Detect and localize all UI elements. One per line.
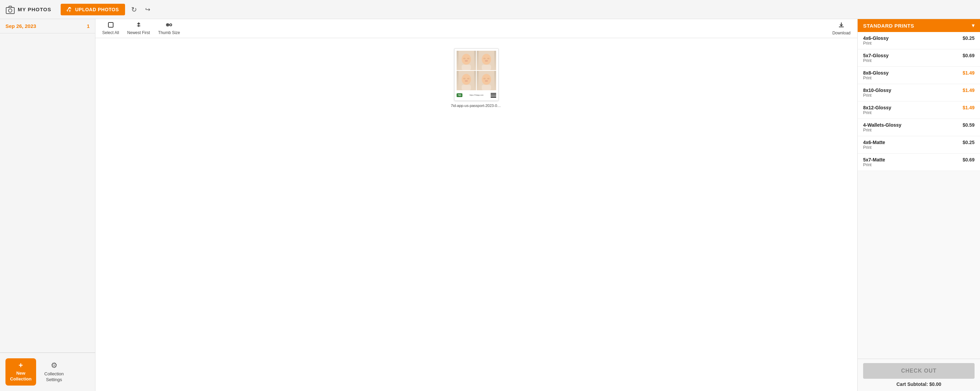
svg-point-20 (463, 78, 466, 80)
print-type-6: Print (863, 145, 885, 150)
passport-photo-1 (457, 51, 476, 70)
right-panel: STANDARD PRINTS ▾ 4x6-Glossy Print $0.25… (858, 19, 980, 391)
print-item[interactable]: 4-Wallets-Glossy Print $0.59 (858, 119, 980, 136)
print-info-1: 5x7-Glossy Print (863, 53, 889, 63)
checkout-button[interactable]: CHECK OUT (863, 363, 975, 379)
download-label: Download (832, 31, 851, 35)
print-type-5: Print (863, 128, 901, 132)
thumb-size-button[interactable]: Thumb Size (158, 22, 180, 35)
select-all-label: Select All (102, 30, 119, 35)
print-price-3: $1.49 (963, 87, 975, 93)
svg-point-1 (8, 9, 12, 12)
print-price-4: $1.49 (963, 105, 975, 110)
print-item[interactable]: 4x6-Matte Print $0.25 (858, 136, 980, 154)
svg-point-28 (485, 80, 488, 82)
share-button[interactable]: ↪ (143, 4, 152, 15)
svg-rect-17 (482, 65, 491, 70)
print-info-7: 5x7-Matte Print (863, 157, 885, 167)
baby-svg (457, 51, 476, 70)
svg-point-16 (485, 60, 488, 62)
refresh-button[interactable]: ↻ (129, 3, 139, 16)
svg-point-26 (483, 78, 485, 80)
thumb-size-label: Thumb Size (158, 30, 180, 35)
svg-point-14 (483, 58, 485, 60)
print-price-7: $0.69 (963, 157, 975, 162)
photo-area: 7ID https://7idapp.com 7id-app-us-passpo… (95, 38, 858, 391)
photo-item[interactable]: 7ID https://7idapp.com 7id-app-us-passpo… (451, 48, 502, 108)
baby-svg-3 (457, 71, 476, 90)
brand-logo: 7ID (457, 93, 462, 97)
thumb-size-icon (165, 22, 173, 30)
svg-rect-2 (108, 22, 113, 27)
new-collection-button[interactable]: + NewCollection (5, 358, 36, 386)
sidebar-bottom: + NewCollection ⚙ CollectionSettings (0, 353, 95, 391)
upload-button[interactable]: UPLOAD PHOTOS (60, 4, 125, 15)
print-info-0: 4x6-Glossy Print (863, 35, 889, 46)
print-type-7: Print (863, 162, 885, 167)
print-info-6: 4x6-Matte Print (863, 140, 885, 150)
print-info-5: 4-Wallets-Glossy Print (863, 122, 901, 132)
prints-list: 4x6-Glossy Print $0.25 5x7-Glossy Print … (858, 32, 980, 359)
print-price-6: $0.25 (963, 140, 975, 145)
svg-point-21 (467, 78, 469, 80)
toolbar: Select All Newest First (95, 19, 858, 38)
print-price-1: $0.69 (963, 53, 975, 58)
print-item[interactable]: 5x7-Matte Print $0.69 (858, 154, 980, 171)
main-layout: Sep 26, 2023 1 + NewCollection ⚙ Collect… (0, 19, 980, 391)
checkbox-icon (108, 22, 114, 30)
print-type-1: Print (863, 58, 889, 63)
svg-rect-23 (462, 85, 471, 90)
share-icon: ↪ (145, 6, 150, 13)
gear-icon: ⚙ (51, 361, 57, 370)
svg-point-13 (482, 54, 491, 65)
print-price-2: $1.49 (963, 70, 975, 76)
print-type-4: Print (863, 110, 891, 115)
chevron-down-icon: ▾ (972, 22, 975, 29)
print-type-3: Print (863, 93, 891, 98)
left-sidebar: Sep 26, 2023 1 + NewCollection ⚙ Collect… (0, 19, 95, 391)
new-collection-label: NewCollection (10, 370, 32, 382)
svg-point-9 (467, 58, 469, 60)
print-item[interactable]: 4x6-Glossy Print $0.25 (858, 32, 980, 49)
print-type-2: Print (863, 76, 889, 80)
footer-url: https://7idapp.com (469, 94, 484, 96)
download-icon (838, 21, 845, 30)
app-title: MY PHOTOS (18, 6, 51, 12)
download-button[interactable]: Download (832, 21, 851, 35)
date-count: 1 (87, 23, 90, 29)
prints-header[interactable]: STANDARD PRINTS ▾ (858, 19, 980, 32)
center-content: Select All Newest First (95, 19, 858, 391)
print-name-3: 8x10-Glossy (863, 87, 891, 93)
svg-point-10 (465, 60, 468, 62)
print-item[interactable]: 8x8-Glossy Print $1.49 (858, 67, 980, 84)
print-name-6: 4x6-Matte (863, 140, 885, 145)
baby-svg-2 (477, 51, 496, 70)
print-name-1: 5x7-Glossy (863, 53, 889, 58)
svg-rect-29 (482, 85, 491, 90)
select-all-button[interactable]: Select All (102, 22, 119, 35)
print-item[interactable]: 8x10-Glossy Print $1.49 (858, 84, 980, 102)
upload-label: UPLOAD PHOTOS (75, 7, 119, 12)
print-item[interactable]: 5x7-Glossy Print $0.69 (858, 49, 980, 67)
camera-icon (5, 5, 15, 14)
prints-header-label: STANDARD PRINTS (863, 23, 914, 29)
print-price-0: $0.25 (963, 35, 975, 41)
print-info-3: 8x10-Glossy Print (863, 87, 891, 98)
passport-photo-3 (457, 71, 476, 90)
print-name-5: 4-Wallets-Glossy (863, 122, 901, 128)
date-header: Sep 26, 2023 1 (0, 19, 95, 33)
newest-first-label: Newest First (127, 30, 150, 35)
cart-subtotal: Cart Subtotal: $0.00 (863, 381, 975, 387)
header: MY PHOTOS UPLOAD PHOTOS ↻ ↪ (0, 0, 980, 19)
newest-first-button[interactable]: Newest First (127, 22, 150, 35)
collection-settings-button[interactable]: ⚙ CollectionSettings (44, 361, 64, 383)
passport-grid (457, 51, 496, 90)
svg-rect-0 (6, 8, 14, 14)
print-name-4: 8x12-Glossy (863, 105, 891, 110)
qr-code (491, 92, 496, 98)
print-item[interactable]: 8x12-Glossy Print $1.49 (858, 102, 980, 119)
passport-photo-2 (477, 51, 496, 70)
print-name-0: 4x6-Glossy (863, 35, 889, 41)
sort-icon (135, 22, 142, 30)
baby-svg-4 (477, 71, 496, 90)
